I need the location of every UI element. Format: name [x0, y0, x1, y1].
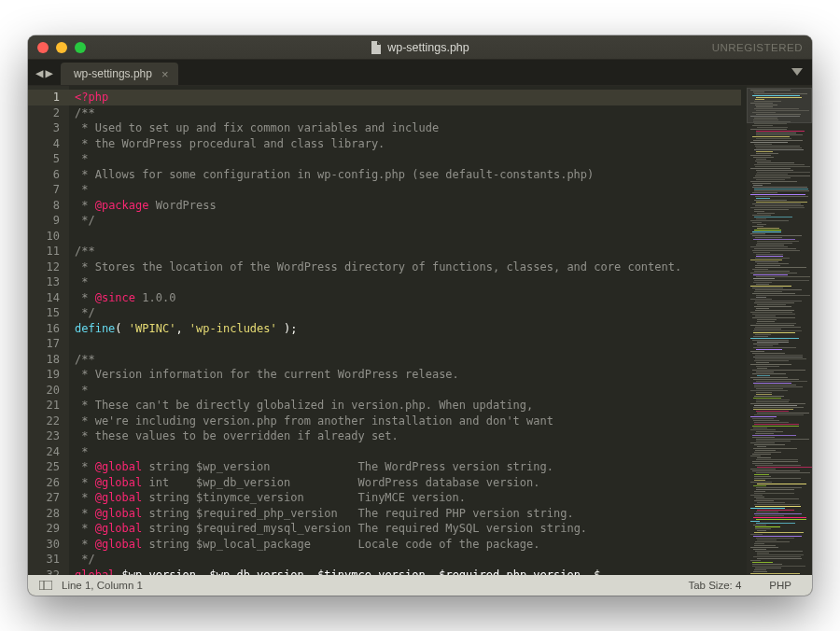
tab-size-selector[interactable]: Tab Size: 4 [679, 580, 750, 591]
editor-window: wp-settings.php UNREGISTERED ◀ ▶ wp-sett… [28, 35, 812, 596]
tab-wp-settings[interactable]: wp-settings.php × [61, 63, 178, 85]
tab-overflow-button[interactable] [782, 60, 812, 85]
cursor-position[interactable]: Line 1, Column 1 [62, 580, 143, 591]
nav-back-button[interactable]: ◀ [35, 65, 43, 80]
panel-switch-icon[interactable] [39, 581, 52, 590]
license-status: UNREGISTERED [712, 42, 803, 53]
file-icon [371, 41, 382, 54]
status-bar: Line 1, Column 1 Tab Size: 4 PHP [28, 575, 812, 596]
titlebar: wp-settings.php UNREGISTERED [28, 35, 812, 60]
syntax-selector[interactable]: PHP [760, 580, 801, 591]
history-nav: ◀ ▶ [28, 60, 61, 85]
minimap[interactable] [747, 86, 812, 575]
line-number-gutter[interactable]: 1234567891011121314151617181920212223242… [28, 86, 69, 575]
window-controls [37, 42, 86, 53]
nav-forward-button[interactable]: ▶ [45, 65, 52, 80]
editor-area: 1234567891011121314151617181920212223242… [28, 86, 812, 575]
svg-rect-0 [39, 581, 52, 590]
window-title-text: wp-settings.php [387, 41, 469, 54]
minimize-window-button[interactable] [56, 42, 67, 53]
window-title: wp-settings.php [28, 41, 812, 54]
zoom-window-button[interactable] [75, 42, 86, 53]
tab-bar: ◀ ▶ wp-settings.php × [28, 60, 812, 86]
tab-label: wp-settings.php [74, 67, 152, 80]
code-editor[interactable]: <?php/** * Used to set up and fix common… [69, 86, 747, 575]
close-window-button[interactable] [37, 42, 49, 53]
close-tab-button[interactable]: × [161, 67, 169, 81]
